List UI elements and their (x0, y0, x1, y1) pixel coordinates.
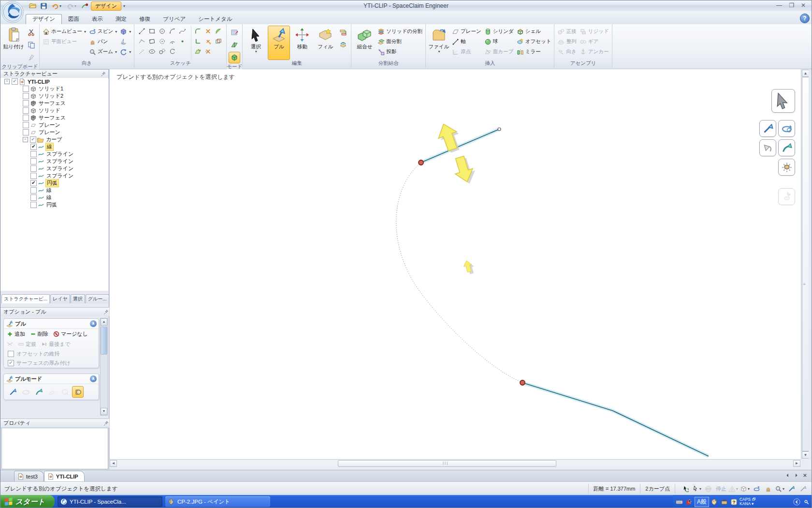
tab-シートメタル[interactable]: シートメタル (192, 15, 238, 25)
button-リジッド[interactable]: リジッド (579, 27, 610, 36)
button-ズーム[interactable]: ズーム▾ (88, 47, 118, 57)
option-measure[interactable] (7, 341, 13, 347)
status-zoom[interactable]: ▾ (775, 484, 784, 493)
sketch-tool-sk-circle2[interactable] (158, 37, 167, 46)
doc-tab-test3[interactable]: test3 (14, 471, 44, 481)
tree-checkbox[interactable] (30, 202, 37, 208)
sketch-tool-sk-spline[interactable] (178, 27, 187, 36)
tree-checkbox[interactable]: ✔ (12, 78, 18, 85)
option-追加[interactable]: 追加 (7, 330, 25, 338)
qa-undo-icon[interactable]: ▾ (50, 1, 63, 10)
button-compass[interactable] (119, 37, 132, 46)
status-st-warn[interactable]: ▾ (728, 484, 738, 493)
sketch-tool-sk-dotline[interactable] (137, 47, 146, 56)
search-tray-icon[interactable] (802, 498, 811, 506)
tree-item-円弧[interactable]: 円弧 (0, 201, 108, 209)
sketch-tool-sk-rect2[interactable] (147, 37, 157, 46)
tree-item-スプライン[interactable]: スプライン (0, 165, 108, 172)
tree-item-ソリッド2[interactable]: ソリッド2 (0, 92, 108, 100)
tab-表示[interactable]: 表示 (86, 15, 109, 25)
restore-button[interactable]: ❐ (785, 2, 798, 10)
qa-design-button[interactable]: デザイン (91, 1, 121, 11)
ime-palette-icon[interactable] (710, 498, 719, 506)
tree-checkbox[interactable] (23, 100, 29, 106)
button-投影[interactable]: 投影 (377, 47, 423, 57)
button-シリンダ[interactable]: シリンダ (483, 27, 515, 36)
tree-item-カーブ[interactable]: −✔カーブ (0, 136, 108, 143)
tree-item-プレーン[interactable]: プレーン (0, 121, 108, 129)
pointer-device-icon[interactable] (685, 498, 693, 506)
pullmode-pm-arrow[interactable] (7, 386, 18, 398)
pullmode-pm-curve[interactable] (33, 386, 44, 398)
canvas-tool-pm-arrow[interactable] (759, 120, 776, 137)
tree-item-線[interactable]: ✔線 (0, 143, 108, 150)
pin-icon[interactable] (103, 420, 109, 426)
button-プレーン[interactable]: プレーン (451, 27, 482, 36)
sketch-tool-sk-point[interactable] (178, 37, 187, 46)
tree-item-プレーン[interactable]: プレーン (0, 129, 108, 136)
button-フィル[interactable]: フィル (314, 26, 336, 60)
sketch-tool-sk-circle[interactable] (158, 27, 167, 36)
option-マージなし[interactable]: マージなし (53, 330, 88, 338)
panel-tab-ストラクチャービ...[interactable]: ストラクチャービ... (1, 294, 50, 303)
canvas-tool-pm-curve[interactable] (778, 139, 795, 156)
tree-checkbox[interactable] (23, 115, 29, 121)
tree-checkbox[interactable] (30, 194, 37, 201)
ime-toolbox-icon[interactable] (720, 498, 728, 506)
canvas-tool-side-graybox[interactable] (778, 188, 795, 205)
pin-icon[interactable] (101, 71, 106, 77)
tree-item-サーフェス[interactable]: サーフェス (0, 114, 108, 121)
collapse-icon[interactable]: ∧ (90, 375, 97, 382)
tab-scroll-right-icon[interactable] (792, 471, 800, 479)
sketch-tool-sk-ellipse[interactable] (147, 47, 157, 56)
button-パン[interactable]: パン (88, 37, 118, 46)
button-球[interactable]: 球 (483, 37, 515, 46)
tree-checkbox[interactable]: ✔ (30, 180, 37, 186)
qa-tool-icon[interactable] (80, 1, 89, 10)
button-プル[interactable]: プル (268, 26, 290, 60)
status-st-arrowg[interactable] (798, 484, 808, 493)
sketch-tool-sk-trim[interactable] (203, 27, 213, 36)
sketch-tool-sk-plane[interactable] (193, 47, 203, 56)
task-button-YTI-CLIP - SpaceCla...[interactable]: YTI-CLIP - SpaceCla... (58, 496, 162, 507)
sketch-tool-sk-fillet[interactable] (193, 27, 203, 36)
button-ファイル[interactable]: ファイル▾ (428, 26, 450, 60)
sketch-tool-sk-split[interactable] (203, 37, 213, 46)
horizontal-scrollbar[interactable]: ◄ ||| ► (109, 459, 801, 467)
panel-tab-グルー...[interactable]: グルー... (86, 294, 109, 303)
tab-図面[interactable]: 図面 (62, 15, 86, 25)
tree-checkbox[interactable] (23, 122, 29, 128)
option-checkbox-オフセットの維持[interactable]: オフセットの維持 (4, 349, 99, 359)
tree-checkbox[interactable] (30, 165, 37, 172)
option-最後まで[interactable]: 最後まで (41, 341, 71, 348)
button-brush[interactable] (26, 52, 37, 63)
option-削除[interactable]: 削除 (30, 330, 48, 338)
button-移動[interactable]: 移動 (291, 26, 313, 60)
button-box3d[interactable]: ▾ (119, 27, 132, 36)
tree-checkbox[interactable] (30, 151, 37, 157)
task-button-CP-2.JPG - ペイント[interactable]: CP-2.JPG - ペイント (165, 496, 270, 507)
status-st-viewbox[interactable]: ▾ (740, 484, 750, 493)
button-整列[interactable]: 整列 (556, 37, 577, 46)
tree-checkbox[interactable] (23, 107, 29, 114)
sketch-tool-sk-arc3[interactable] (168, 47, 177, 56)
button-m-sketch[interactable] (229, 27, 240, 38)
tab-修復[interactable]: 修復 (133, 15, 157, 25)
sketch-tool-sk-rect[interactable] (147, 27, 157, 36)
tree-item-線[interactable]: 線 (0, 187, 108, 194)
vertical-scrollbar[interactable]: ▲ ≡ ▼ (801, 69, 809, 459)
button-面カーブ[interactable]: 面カーブ (483, 47, 515, 57)
tree-checkbox[interactable] (23, 93, 29, 99)
button-blendA[interactable] (337, 27, 349, 38)
button-アンカー[interactable]: アンカー (579, 47, 610, 57)
button-原点[interactable]: 原点 (451, 47, 482, 57)
pullmode-pm-box[interactable] (72, 386, 84, 398)
button-オフセット[interactable]: オフセット (516, 37, 552, 46)
status-pan[interactable] (763, 484, 773, 493)
button-平面ビュー[interactable]: 平面ビュー (42, 37, 87, 46)
button-選択[interactable]: 選択▾ (245, 26, 267, 60)
sketch-tool-sk-cross[interactable] (203, 47, 213, 56)
app-logo-icon[interactable] (1, 1, 24, 23)
button-面分割[interactable]: 面分割 (377, 37, 423, 46)
qa-save-icon[interactable] (39, 1, 48, 10)
